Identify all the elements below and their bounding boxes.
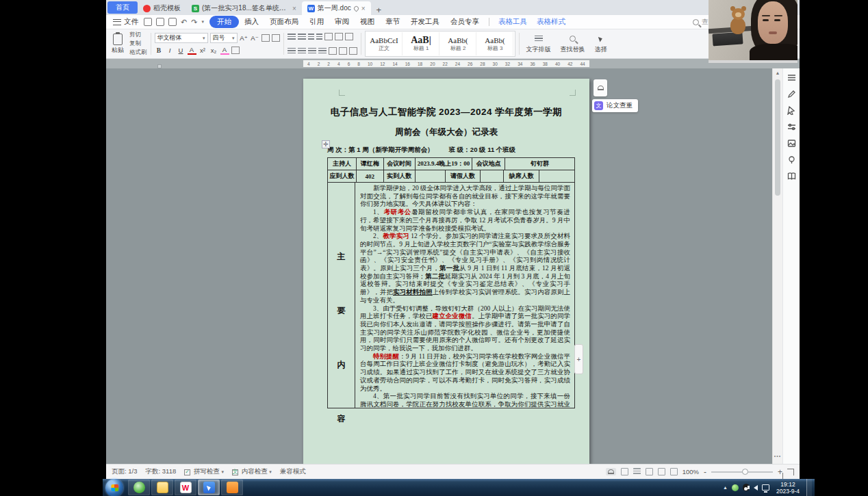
find-replace-button[interactable]: 查找替换 bbox=[557, 31, 589, 57]
clear-format-icon[interactable] bbox=[324, 33, 333, 40]
book-icon[interactable] bbox=[787, 171, 796, 180]
page-nav-dots[interactable]: ••• bbox=[773, 454, 782, 458]
show-marks-icon[interactable] bbox=[345, 33, 353, 40]
menu-references[interactable]: 引用 bbox=[304, 16, 329, 28]
shading-icon[interactable] bbox=[339, 47, 347, 55]
menu-start[interactable]: 开始 bbox=[209, 16, 239, 28]
text-layout-button[interactable]: 文字排版 bbox=[523, 31, 554, 57]
taskbar-wps[interactable]: W bbox=[175, 480, 196, 495]
menu-page-layout[interactable]: 页面布局 bbox=[264, 16, 304, 28]
menu-table-tools[interactable]: 表格工具 bbox=[494, 16, 532, 28]
save-icon[interactable] bbox=[144, 18, 152, 26]
italic-button[interactable]: I bbox=[166, 47, 175, 54]
shrink-font-button[interactable]: A⁻ bbox=[251, 34, 259, 42]
show-desktop-button[interactable] bbox=[806, 479, 812, 496]
superscript-button[interactable]: x² bbox=[199, 47, 207, 54]
menu-developer[interactable]: 开发工具 bbox=[405, 16, 445, 28]
style-preset-heading2[interactable]: AaBb(标题 2 bbox=[441, 32, 476, 55]
start-button[interactable] bbox=[105, 479, 123, 496]
tab-spreadsheet[interactable]: S (第一批实习18...签名单统计7.5 × bbox=[186, 1, 302, 15]
network-icon[interactable] bbox=[762, 484, 769, 491]
content-check-toggle[interactable]: 文 内容检查 ▾ bbox=[232, 467, 272, 476]
table-add-handle[interactable]: + bbox=[574, 344, 583, 374]
border-icon[interactable] bbox=[349, 47, 357, 55]
spell-check-toggle[interactable]: ✓ 拼写检查 ▾ bbox=[184, 467, 224, 476]
chevron-down-icon[interactable]: ▾ bbox=[201, 19, 204, 25]
read-view-icon[interactable] bbox=[658, 468, 665, 475]
menu-lines-icon[interactable] bbox=[787, 73, 796, 81]
menu-section[interactable]: 章节 bbox=[380, 16, 405, 28]
grow-font-button[interactable]: A⁺ bbox=[240, 34, 248, 42]
highlight-button[interactable]: A bbox=[220, 46, 229, 55]
char-border-icon[interactable] bbox=[231, 47, 240, 54]
fullscreen-icon[interactable] bbox=[787, 469, 794, 475]
taskbar-browser[interactable] bbox=[128, 480, 150, 495]
line-spacing-icon[interactable] bbox=[329, 47, 337, 55]
taskbar-recorder[interactable] bbox=[221, 480, 243, 495]
menu-review[interactable]: 审阅 bbox=[329, 16, 355, 28]
zoom-slider-thumb[interactable] bbox=[742, 469, 748, 475]
zoom-slider[interactable] bbox=[711, 471, 773, 473]
menu-view[interactable]: 视图 bbox=[355, 16, 380, 28]
style-preset-heading3[interactable]: AaBb(标题 3 bbox=[478, 32, 513, 55]
align-right-icon[interactable] bbox=[308, 48, 316, 54]
format-painter-button[interactable]: 格式刷 bbox=[129, 49, 147, 57]
web-view-icon[interactable] bbox=[646, 468, 653, 475]
vertical-scrollbar[interactable]: ▲ ••• bbox=[772, 68, 782, 464]
increase-indent-icon[interactable] bbox=[316, 34, 322, 40]
bold-button[interactable]: B bbox=[155, 47, 164, 54]
bullet-list-icon[interactable] bbox=[288, 34, 296, 40]
preview-icon[interactable] bbox=[168, 18, 177, 26]
cursor-icon[interactable] bbox=[787, 105, 796, 114]
new-tab-button[interactable]: + bbox=[371, 5, 387, 15]
align-justify-icon[interactable] bbox=[318, 48, 327, 54]
taskbar-explorer[interactable] bbox=[151, 480, 173, 495]
eye-care-widget[interactable] bbox=[593, 79, 607, 96]
outline-view-icon[interactable] bbox=[633, 468, 641, 475]
redo-icon[interactable]: ↷ bbox=[191, 18, 197, 27]
tab-home[interactable]: 首页 bbox=[107, 1, 138, 14]
tray-expand-icon[interactable]: ▲ bbox=[723, 485, 728, 490]
table-move-handle[interactable]: ✛ bbox=[322, 140, 330, 148]
tab-document-active[interactable]: W 第一周.doc × bbox=[302, 1, 371, 15]
style-preset-heading1[interactable]: AaB|标题 1 bbox=[404, 32, 439, 55]
pen-icon[interactable] bbox=[787, 89, 796, 98]
close-icon[interactable]: × bbox=[361, 5, 366, 12]
page-view-icon[interactable] bbox=[621, 468, 628, 475]
zoom-level[interactable]: 100% bbox=[682, 468, 699, 475]
undo-icon[interactable]: ↶ bbox=[181, 18, 187, 27]
word-count[interactable]: 字数: 3118 bbox=[146, 467, 177, 476]
clear-format-icon[interactable] bbox=[261, 34, 270, 42]
number-list-icon[interactable] bbox=[298, 34, 306, 40]
menu-table-style[interactable]: 表格样式 bbox=[532, 16, 570, 28]
pin-icon[interactable] bbox=[353, 5, 359, 12]
font-color-button[interactable]: A bbox=[188, 46, 196, 55]
menu-file[interactable]: 文件 bbox=[124, 17, 138, 27]
scroll-up-icon[interactable]: ▲ bbox=[773, 68, 782, 77]
scrollbar-thumb[interactable] bbox=[775, 79, 780, 196]
paste-button[interactable]: 粘贴 bbox=[109, 31, 127, 57]
subscript-button[interactable]: x₂ bbox=[209, 47, 218, 54]
paper-check-button[interactable]: 文 论文查重 bbox=[592, 99, 638, 112]
taskbar-active-app[interactable] bbox=[198, 480, 220, 495]
eye-protect-toggle[interactable] bbox=[606, 468, 616, 475]
tab-docer[interactable]: 稻壳模板 bbox=[138, 1, 186, 15]
underline-button[interactable]: U bbox=[177, 47, 186, 54]
decrease-indent-icon[interactable] bbox=[308, 34, 314, 40]
menu-member[interactable]: 会员专享 bbox=[445, 16, 485, 28]
zoom-out-button[interactable]: - bbox=[704, 467, 706, 477]
font-name-select[interactable]: 华文楷体 ▾ bbox=[155, 33, 208, 43]
print-icon[interactable] bbox=[156, 18, 164, 26]
copy-button[interactable]: 复制 bbox=[129, 40, 147, 48]
sort-icon[interactable] bbox=[335, 33, 343, 40]
image-icon[interactable] bbox=[787, 138, 796, 147]
close-icon[interactable]: × bbox=[292, 5, 296, 12]
zoom-in-button[interactable]: + bbox=[778, 467, 782, 477]
align-left-icon[interactable] bbox=[288, 48, 296, 54]
adjust-icon[interactable] bbox=[787, 122, 796, 131]
write-view-icon[interactable] bbox=[670, 468, 678, 475]
select-button[interactable]: 选择 bbox=[591, 31, 611, 57]
cut-button[interactable]: 剪切 bbox=[129, 31, 147, 39]
phonetic-guide-icon[interactable] bbox=[272, 34, 280, 42]
location-icon[interactable] bbox=[787, 155, 796, 164]
